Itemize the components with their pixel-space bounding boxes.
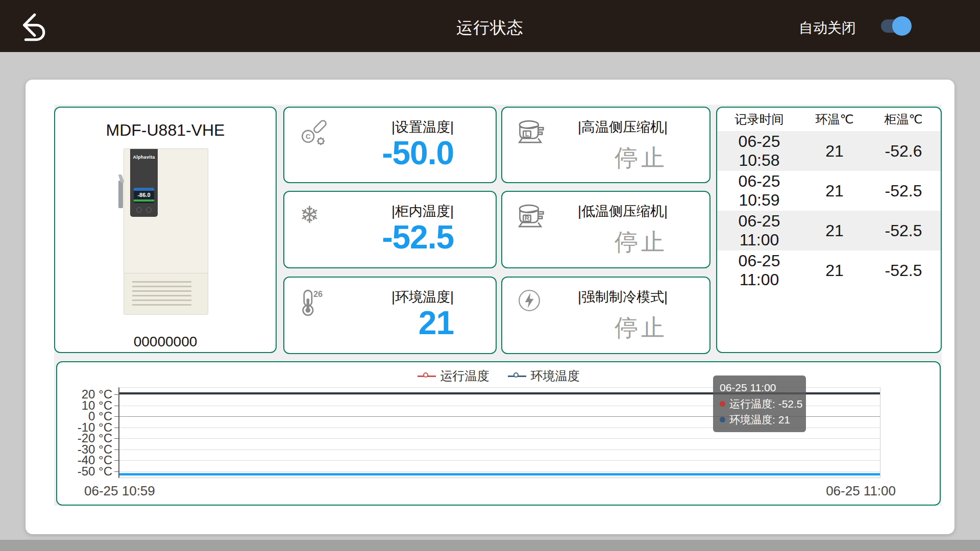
freezer-grille: [132, 281, 191, 308]
freezer-image: Alphavita -86.0: [124, 148, 208, 315]
x-axis-label-end: 06-25 11:00: [826, 483, 896, 499]
gridline: [119, 460, 880, 461]
lightning-circle-icon: [518, 289, 541, 314]
cell-time: 06-25 11:00: [717, 252, 801, 289]
thermometer-gear-icon: C: [300, 119, 327, 148]
device-serial: 00000000: [55, 334, 276, 350]
freezer-display-temp: -86.0: [134, 191, 154, 199]
legend-item-ambient-temp[interactable]: 环境温度: [508, 368, 580, 384]
return-arrow-icon: [17, 37, 50, 45]
freezer-brand: Alphavita: [130, 155, 158, 160]
axis-tick: [114, 471, 118, 472]
legend-item-running-temp[interactable]: 运行温度: [418, 368, 489, 384]
gridline: [119, 438, 880, 439]
freezer-handle: [118, 181, 123, 208]
cell-cabinet: -52.5: [868, 261, 939, 280]
device-panel: MDF-U881-VHE Alphavita -86.0: [54, 107, 277, 353]
gridline: [119, 471, 880, 472]
cabinet-temp-value: -52.5: [382, 218, 454, 256]
page-title: 运行状态: [456, 17, 524, 39]
thermometer-26-icon: 26: [300, 289, 326, 318]
cell-cabinet: -52.6: [868, 142, 939, 161]
top-bar: 运行状态 自动关闭: [0, 0, 980, 52]
panel-low-side-compressor: R |低温侧压缩机| 停止: [501, 191, 710, 268]
legend-label: 运行温度: [440, 368, 489, 384]
tooltip-ambient-temp: 环境温度: 21: [720, 412, 799, 428]
table-row: 06-25 10:58 21 -52.6: [717, 131, 941, 171]
freezer-door: Alphavita -86.0: [124, 148, 208, 273]
axis-tick: [114, 449, 118, 450]
freezer-button: [136, 207, 142, 213]
axis-tick: [114, 438, 118, 439]
col-header-cabinet: 柜温℃: [868, 111, 939, 128]
cell-ambient: 21: [801, 142, 868, 161]
panel-ambient-temp: 26 |环境温度| 21: [283, 277, 497, 354]
col-header-ambient: 环温℃: [801, 111, 868, 128]
ambient-temp-label: |环境温度|: [391, 288, 454, 306]
gridline: [119, 449, 880, 450]
x-axis-label-start: 06-25 10:59: [84, 483, 155, 499]
freezer-button: [146, 207, 152, 213]
table-header: 记录时间 环温℃ 柜温℃: [717, 108, 941, 131]
record-table-panel: 记录时间 环温℃ 柜温℃ 06-25 10:58 21 -52.6 06-25 …: [716, 107, 942, 353]
table-row: 06-25 11:00 21 -52.5: [717, 251, 941, 290]
chart-tooltip: 06-25 11:00 运行温度: -52.5 环境温度: 21: [713, 375, 806, 432]
cabinet-temp-label: |柜内温度|: [391, 202, 454, 220]
compressor-l-icon: L: [518, 119, 546, 147]
legend-label: 环境温度: [531, 368, 580, 384]
panel-set-temp: C |设置温度| -50.0: [283, 107, 497, 183]
cell-cabinet: -52.5: [868, 182, 939, 201]
back-button[interactable]: [17, 8, 50, 44]
temperature-chart-panel: 运行温度 环境温度: [56, 361, 941, 506]
forced-cooling-state: 停止: [615, 312, 668, 344]
panels-area: MDF-U881-VHE Alphavita -86.0: [54, 105, 942, 506]
snowflake-icon: ❄: [300, 203, 320, 227]
low-side-compressor-state: 停止: [615, 227, 668, 258]
compressor-r-icon: R: [518, 203, 546, 232]
cell-ambient: 21: [801, 182, 868, 201]
tooltip-dot-running: [720, 401, 725, 407]
compressor-letter: L: [525, 131, 529, 138]
cell-cabinet: -52.5: [868, 221, 939, 240]
freezer-display-bar: [134, 199, 154, 202]
set-temp-label: |设置温度|: [391, 118, 454, 136]
axis-tick: [114, 428, 118, 428]
set-temp-value: -50.0: [382, 134, 454, 172]
tooltip-running-text: 运行温度: -52.5: [729, 396, 803, 412]
cell-ambient: 21: [801, 261, 868, 280]
tooltip-ambient-text: 环境温度: 21: [729, 412, 790, 428]
col-header-time: 记录时间: [717, 111, 801, 128]
axis-tick: [114, 460, 118, 461]
series-line-running-temp: [119, 473, 880, 475]
tooltip-dot-ambient: [720, 417, 725, 422]
tooltip-time: 06-25 11:00: [720, 380, 799, 396]
axis-tick: [114, 416, 118, 417]
legend-marker-ambient: [508, 372, 526, 380]
compressor-letter: R: [525, 215, 529, 222]
forced-cooling-label: |强制制冷模式|: [578, 288, 668, 306]
cell-time: 06-25 11:00: [717, 212, 801, 249]
high-side-compressor-state: 停止: [615, 142, 668, 174]
thermo-letter: C: [306, 133, 311, 140]
freezer-display: -86.0: [134, 188, 154, 203]
y-axis-label: -50 °C: [64, 464, 112, 479]
cell-ambient: 21: [801, 221, 868, 240]
ambient-temp-value: 21: [419, 304, 454, 342]
panel-forced-cooling: |强制制冷模式| 停止: [501, 277, 710, 354]
axis-tick: [114, 406, 118, 406]
bottom-system-strip: [0, 540, 980, 551]
low-side-compressor-label: |低温侧压缩机|: [578, 202, 668, 220]
auto-close-toggle[interactable]: [881, 16, 910, 36]
device-model: MDF-U881-VHE: [55, 121, 276, 140]
axis-tick: [114, 394, 118, 395]
legend-marker-running: [418, 372, 436, 380]
table-row: 06-25 11:00 21 -52.5: [717, 211, 941, 251]
thermo-sub-number: 26: [313, 289, 323, 298]
chart-legend: 运行温度 环境温度: [57, 368, 940, 384]
toggle-knob: [892, 16, 912, 36]
status-card: MDF-U881-VHE Alphavita -86.0: [26, 80, 954, 534]
cell-time: 06-25 10:59: [717, 172, 801, 210]
auto-close-label: 自动关闭: [799, 18, 856, 38]
high-side-compressor-label: |高温侧压缩机|: [578, 118, 668, 136]
tooltip-running-temp: 运行温度: -52.5: [720, 396, 799, 412]
